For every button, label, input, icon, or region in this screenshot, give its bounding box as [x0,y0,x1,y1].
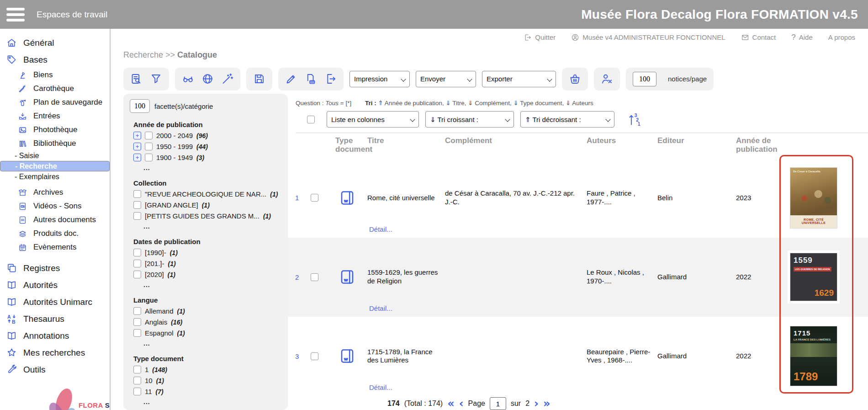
breadcrumb-section[interactable]: Recherche [123,50,163,59]
expand-plus-icon[interactable]: + [133,132,141,139]
sidebar-item-autorites-unimarc[interactable]: Autorités Unimarc [0,293,110,310]
workspace-label[interactable]: Espaces de travail [37,10,107,20]
row-number-link[interactable]: 2 [293,273,311,281]
document-type-icon[interactable] [339,190,355,206]
contact-link[interactable]: Contact [741,33,776,42]
facet-checkbox[interactable] [133,318,141,326]
document-type-icon[interactable] [339,348,355,364]
menu-icon[interactable] [6,8,25,21]
print-select[interactable]: Impression [349,71,410,87]
glasses-icon[interactable] [182,73,194,85]
facet-label[interactable]: 2000 - 2049 [156,132,193,139]
sort-descending-select[interactable]: ⇑ Tri décroissant : [520,111,614,128]
sidebar-item-biens[interactable]: Biens [0,68,110,82]
book-cover-thumbnail[interactable]: 1715 LA FRANCE DES LUMIÈRES 1789 [788,324,840,389]
facet-label[interactable]: [1990]- [145,249,166,256]
facet-label[interactable]: [2020] [145,271,164,278]
facet-checkbox[interactable] [133,201,141,209]
sidebar-item-evenements[interactable]: Evènements [0,240,110,254]
row-number-link[interactable]: 3 [293,352,311,360]
facet-more-link[interactable]: ... [143,340,281,347]
facet-checkbox[interactable] [145,143,153,150]
sidebar-item-bibliotheque[interactable]: Bibliothèque [0,137,110,150]
facet-label[interactable]: Allemand [145,307,174,315]
facet-checkbox[interactable] [133,271,141,278]
facet-checkbox[interactable] [133,249,141,256]
facet-more-link[interactable]: ... [143,398,281,405]
document-type-icon[interactable] [339,269,355,285]
sidebar-item-autorites[interactable]: Autorités [0,277,110,293]
facet-checkbox[interactable] [133,190,141,198]
detail-link[interactable]: Détail... [369,304,392,312]
page-number-input[interactable] [490,397,506,410]
globe-icon[interactable] [201,73,214,85]
quit-link[interactable]: Quitter [524,33,556,42]
facet-label[interactable]: [201.]- [145,260,164,267]
sidebar-item-phototheque[interactable]: Photothèque [0,123,110,137]
facet-label[interactable]: Espagnol [145,329,174,337]
row-number-link[interactable]: 1 [293,194,311,202]
detail-link[interactable]: Détail... [369,225,392,233]
print-document-icon[interactable] [305,73,317,85]
facet-checkbox[interactable] [133,212,141,220]
facet-checkbox[interactable] [133,366,141,373]
about-link[interactable]: A propos [828,33,855,41]
sidebar-item-archives[interactable]: Archives [0,186,110,199]
book-cover-thumbnail[interactable]: 1559 LES GUERRES DE RELIGION 1629 [788,250,840,304]
facet-more-link[interactable]: ... [143,281,281,288]
last-page-icon[interactable]: » [543,399,550,408]
row-checkbox[interactable] [311,194,318,202]
sidebar-item-thesaurus[interactable]: AB Thesaurus [0,310,110,327]
previous-page-icon[interactable]: ‹ [459,399,464,408]
view-mode-select[interactable]: Liste en colonnes [327,111,419,128]
facet-checkbox[interactable] [133,377,141,384]
select-all-checkbox[interactable] [307,116,315,123]
detail-link[interactable]: Détail... [369,383,392,391]
facet-label[interactable]: 1 [145,366,148,373]
sidebar-item-autres-documents[interactable]: Autres documents [0,213,110,227]
facet-label[interactable]: [GRAND ANGLE] [145,201,198,209]
magic-wand-icon[interactable] [221,73,233,85]
facet-label[interactable]: 11 [145,388,152,395]
row-checkbox[interactable] [311,352,318,360]
list-search-icon[interactable] [130,73,143,85]
sidebar-item-entrees[interactable]: Entrées [0,109,110,123]
first-page-icon[interactable]: « [447,399,455,408]
sidebar-item-mes-recherches[interactable]: Mes recherches [0,344,110,361]
help-link[interactable]: ? Aide [791,33,813,42]
facet-label[interactable]: [PETITS GUIDES DES GRANDS M... [145,212,259,220]
sidebar-item-saisie[interactable]: - Saisie [0,150,110,161]
facet-checkbox[interactable] [145,132,153,139]
facet-checkbox[interactable] [145,154,153,161]
expand-plus-icon[interactable]: + [133,154,141,161]
facet-label[interactable]: 10 [145,377,153,384]
facet-checkbox[interactable] [133,260,141,267]
remove-user-icon[interactable] [601,73,613,85]
export-select[interactable]: Exporter [482,71,556,87]
save-icon[interactable] [253,73,265,85]
sidebar-item-registres[interactable]: Registres [0,260,110,277]
next-page-icon[interactable]: › [534,399,539,408]
expand-plus-icon[interactable]: + [133,143,141,150]
edit-pencil-icon[interactable] [285,73,297,85]
facet-more-link[interactable]: ... [143,164,281,171]
notices-per-page-input[interactable] [633,72,656,86]
facet-label[interactable]: "REVUE ARCHEOLOGIQUE DE NAR... [145,190,266,198]
sidebar-item-plan-de-sauvegarde[interactable]: Plan de sauvegarde [0,96,110,109]
facet-checkbox[interactable] [133,307,141,315]
user-account-link[interactable]: Musée v4 ADMINISTRATEUR FONCTIONNEL [571,33,725,42]
export-document-icon[interactable] [324,73,337,85]
sort-numeric-icon[interactable]: 3 2 1 [628,112,642,126]
sidebar-item-general[interactable]: Général [0,34,110,51]
sidebar-item-carotheque[interactable]: Carothèque [0,82,110,96]
basket-icon[interactable] [569,73,581,85]
sidebar-item-bases[interactable]: Bases [0,51,110,68]
filter-icon[interactable] [150,73,162,85]
sidebar-item-annotations[interactable]: Annotations [0,327,110,344]
sort-ascending-select[interactable]: ⇓ Tri croissant : [425,111,514,128]
facet-more-link[interactable]: ... [143,223,281,230]
book-cover-thumbnail[interactable]: De César à Caracalla ROME, CITÉ UNIVERSE… [788,165,840,231]
send-select[interactable]: Envoyer [416,71,476,87]
facet-count-input[interactable] [130,99,150,113]
facet-label[interactable]: Anglais [145,318,167,326]
